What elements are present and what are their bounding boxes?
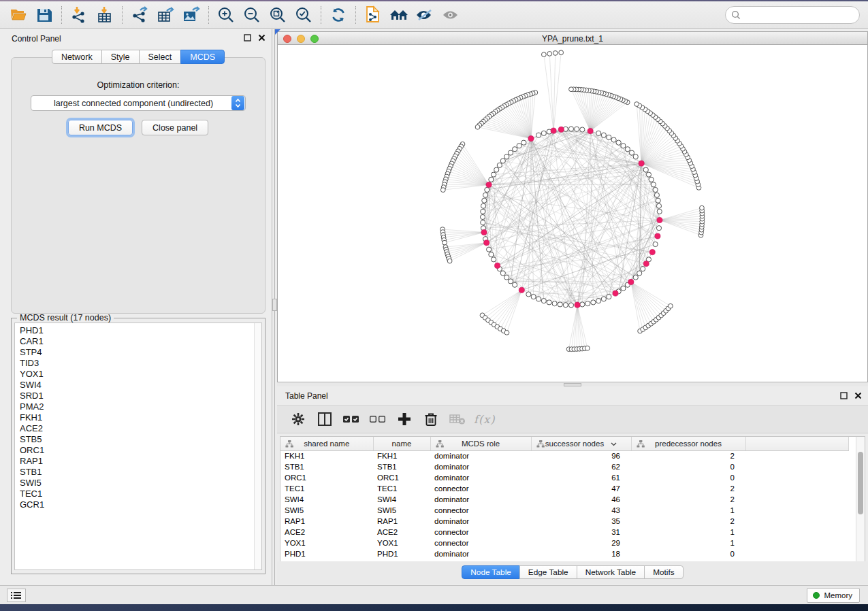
refresh-view-icon[interactable]: [325, 4, 351, 26]
network-node[interactable]: [629, 150, 634, 155]
network-node[interactable]: [497, 163, 502, 167]
network-node[interactable]: [491, 257, 496, 262]
result-list-scrollbar[interactable]: [254, 323, 261, 569]
network-node[interactable]: [500, 271, 505, 276]
mcds-result-item[interactable]: GCR1: [20, 499, 261, 510]
network-node[interactable]: [700, 205, 705, 210]
search-input[interactable]: [741, 7, 859, 23]
mcds-node[interactable]: [655, 233, 660, 239]
table-row[interactable]: SWI5SWI5connector431: [280, 505, 848, 516]
table-cell[interactable]: FKH1: [373, 450, 430, 461]
network-node[interactable]: [517, 144, 521, 148]
network-node[interactable]: [547, 52, 552, 56]
table-cell[interactable]: STB1: [373, 461, 430, 472]
network-node[interactable]: [634, 102, 639, 107]
table-cell[interactable]: SWI4: [373, 494, 430, 505]
network-node[interactable]: [483, 193, 487, 197]
table-cell[interactable]: 46: [531, 494, 631, 505]
mcds-node[interactable]: [486, 182, 492, 187]
zoom-selected-icon[interactable]: [291, 4, 317, 26]
table-cell[interactable]: SWI4: [280, 494, 373, 505]
hide-selected-icon[interactable]: [412, 4, 438, 26]
table-settings-icon[interactable]: [288, 409, 308, 429]
mcds-result-item[interactable]: FKH1: [20, 412, 261, 423]
mcds-result-item[interactable]: YOX1: [20, 369, 261, 380]
network-node[interactable]: [621, 144, 626, 148]
mcds-result-item[interactable]: TEC1: [20, 489, 261, 499]
network-node[interactable]: [646, 172, 651, 177]
mcds-node[interactable]: [643, 261, 649, 267]
table-cell[interactable]: YOX1: [280, 538, 373, 548]
memory-button[interactable]: Memory: [807, 588, 860, 603]
network-node[interactable]: [637, 271, 642, 276]
network-node[interactable]: [536, 133, 541, 137]
network-node[interactable]: [481, 203, 485, 208]
table-row[interactable]: FKH1FKH1dominator962: [280, 450, 848, 461]
network-node[interactable]: [653, 187, 658, 192]
network-node[interactable]: [601, 133, 606, 137]
mcds-result-item[interactable]: SRD1: [20, 391, 261, 401]
mcds-node[interactable]: [494, 263, 500, 268]
network-node[interactable]: [585, 346, 590, 350]
mcds-result-item[interactable]: SWI5: [20, 478, 261, 489]
table-cell[interactable]: dominator: [430, 461, 531, 472]
float-panel-icon[interactable]: [243, 33, 252, 42]
network-node[interactable]: [607, 295, 611, 299]
zoom-fit-icon[interactable]: [265, 4, 291, 26]
table-row[interactable]: RAP1RAP1dominator352: [280, 516, 848, 527]
network-node[interactable]: [508, 279, 513, 284]
network-node[interactable]: [651, 182, 656, 187]
network-node[interactable]: [559, 50, 564, 55]
network-node[interactable]: [596, 131, 601, 135]
network-node[interactable]: [481, 220, 485, 225]
open-file-icon[interactable]: [5, 4, 31, 26]
network-node[interactable]: [558, 302, 562, 307]
table-cell[interactable]: 0: [631, 461, 745, 472]
network-node[interactable]: [625, 147, 630, 152]
mcds-result-item[interactable]: PMA2: [20, 401, 261, 412]
column-header-MCDS-role[interactable]: MCDS role: [430, 437, 531, 450]
mcds-result-item[interactable]: STB5: [20, 434, 261, 445]
network-node[interactable]: [633, 275, 638, 280]
table-row[interactable]: SWI4SWI4dominator462: [280, 494, 848, 505]
network-node[interactable]: [536, 297, 541, 301]
zoom-out-icon[interactable]: [239, 4, 265, 26]
table-cell[interactable]: 1: [631, 527, 745, 538]
network-node[interactable]: [641, 266, 645, 271]
table-scrollbar-thumb[interactable]: [858, 452, 863, 514]
network-node[interactable]: [656, 226, 661, 231]
network-node[interactable]: [531, 295, 536, 299]
network-node[interactable]: [504, 330, 509, 335]
tab-select[interactable]: Select: [139, 50, 182, 64]
tab-network[interactable]: Network: [52, 50, 102, 64]
table-cell[interactable]: RAP1: [373, 516, 430, 527]
export-network-icon[interactable]: [127, 4, 152, 26]
export-image-icon[interactable]: [178, 4, 204, 26]
deselect-all-checkboxes-icon[interactable]: [368, 409, 388, 429]
network-node[interactable]: [601, 297, 606, 301]
network-node[interactable]: [553, 51, 558, 56]
tab-motifs[interactable]: Motifs: [644, 565, 683, 579]
table-row[interactable]: YOX1YOX1connector291: [280, 538, 848, 548]
network-node[interactable]: [480, 214, 485, 219]
network-node[interactable]: [580, 127, 585, 132]
mcds-node[interactable]: [628, 279, 634, 284]
network-node[interactable]: [654, 193, 659, 197]
table-cell[interactable]: 96: [531, 450, 631, 461]
network-node[interactable]: [541, 299, 546, 303]
mcds-result-item[interactable]: STP4: [20, 347, 261, 358]
mcds-node[interactable]: [528, 136, 534, 142]
column-header-shared-name[interactable]: shared name: [280, 437, 373, 450]
close-panel-button[interactable]: Close panel: [142, 120, 208, 135]
table-row[interactable]: PHD1PHD1dominator180: [280, 548, 848, 559]
network-node[interactable]: [653, 242, 658, 246]
import-table-icon[interactable]: [92, 4, 118, 26]
network-node[interactable]: [585, 301, 590, 306]
table-cell[interactable]: 47: [531, 483, 631, 494]
network-node[interactable]: [481, 209, 485, 214]
zoom-in-icon[interactable]: [213, 4, 239, 26]
table-cell[interactable]: 2: [631, 516, 745, 527]
mcds-node[interactable]: [649, 250, 655, 255]
float-panel-icon[interactable]: [839, 391, 848, 400]
table-cell[interactable]: 61: [531, 472, 631, 483]
